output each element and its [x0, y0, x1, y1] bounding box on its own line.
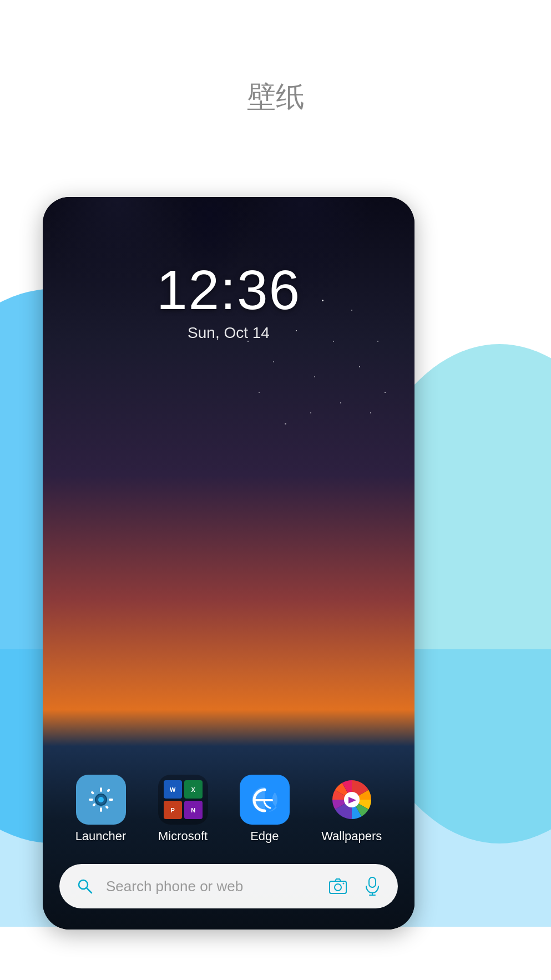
camera-icon[interactable]	[326, 874, 350, 898]
voice-icon[interactable]	[360, 874, 385, 898]
powerpoint-icon: P	[164, 801, 182, 819]
clock-area: 12:36 Sun, Oct 14	[43, 258, 414, 342]
app-icons-row: Launcher W X P N Microsoft	[43, 775, 414, 843]
wallpapers-colorwheel-icon	[327, 775, 377, 825]
clock-time: 12:36	[43, 258, 414, 322]
page-title: 壁纸	[0, 78, 551, 117]
svg-rect-8	[109, 799, 113, 801]
edge-label: Edge	[250, 829, 279, 843]
svg-line-15	[87, 888, 92, 893]
svg-rect-9	[90, 791, 94, 795]
svg-point-4	[98, 797, 104, 802]
search-extra-icons	[326, 874, 385, 898]
svg-rect-7	[89, 799, 93, 801]
svg-rect-10	[105, 805, 109, 809]
microsoft-folder-icon: W X P N	[158, 775, 208, 825]
svg-point-17	[335, 884, 341, 891]
svg-rect-19	[369, 877, 376, 887]
search-bar[interactable]: Search phone or web	[59, 864, 398, 908]
excel-icon: X	[184, 780, 203, 799]
phone-frame: 12:36 Sun, Oct 14	[43, 197, 414, 930]
app-item-microsoft[interactable]: W X P N Microsoft	[158, 775, 208, 843]
launcher-label: Launcher	[75, 829, 127, 843]
svg-point-18	[343, 883, 345, 885]
microsoft-label: Microsoft	[158, 829, 208, 843]
search-placeholder: Search phone or web	[106, 878, 317, 895]
svg-rect-12	[92, 803, 96, 807]
app-item-wallpapers[interactable]: Wallpapers	[321, 775, 382, 843]
onenote-icon: N	[184, 801, 203, 819]
svg-rect-11	[107, 789, 110, 792]
search-icon	[73, 874, 97, 898]
clock-date: Sun, Oct 14	[43, 324, 414, 342]
app-item-launcher[interactable]: Launcher	[75, 775, 127, 843]
edge-icon	[240, 775, 290, 825]
app-item-edge[interactable]: Edge	[240, 775, 290, 843]
svg-rect-6	[100, 807, 102, 812]
launcher-icon	[76, 775, 126, 825]
svg-rect-5	[100, 787, 102, 792]
word-icon: W	[164, 780, 182, 799]
wallpapers-label: Wallpapers	[321, 829, 382, 843]
